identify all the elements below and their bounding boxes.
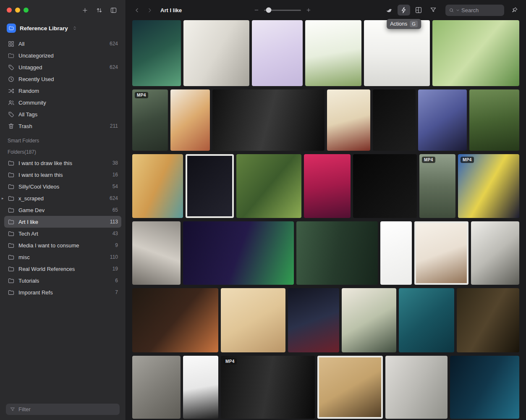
sidebar-folder-i-want-to-learn-this[interactable]: I want to learn this16 bbox=[4, 169, 121, 181]
video-format-badge: MP4 bbox=[461, 157, 474, 163]
trash-icon bbox=[8, 123, 15, 130]
zoom-out-icon[interactable] bbox=[254, 7, 259, 13]
image-thumbnail[interactable] bbox=[399, 288, 454, 352]
sidebar-item-trash[interactable]: Trash211 bbox=[4, 120, 121, 132]
sidebar-item-recently-used[interactable]: Recently Used bbox=[4, 73, 121, 85]
window-close-button[interactable] bbox=[7, 8, 12, 13]
disclosure-arrow[interactable]: ▸ bbox=[2, 196, 4, 200]
bird-button[interactable] bbox=[383, 5, 395, 16]
sidebar-smart-list: All624UncategorizedUntagged624Recently U… bbox=[0, 38, 126, 132]
image-thumbnail[interactable] bbox=[221, 288, 285, 352]
forward-button[interactable] bbox=[144, 5, 154, 15]
sidebar-folder-imporant-refs[interactable]: Imporant Refs7 bbox=[4, 286, 121, 298]
sort-icon bbox=[96, 7, 103, 14]
image-thumbnail[interactable] bbox=[170, 89, 210, 151]
filter-input[interactable]: Filter bbox=[6, 404, 120, 415]
image-thumbnail[interactable] bbox=[132, 154, 183, 218]
sidebar-folder-art-i-like[interactable]: Art I like113 bbox=[4, 216, 121, 228]
sidebar-item-community[interactable]: Community bbox=[4, 97, 121, 108]
image-thumbnail[interactable] bbox=[236, 154, 301, 218]
window-minimize-button[interactable] bbox=[15, 8, 20, 13]
image-thumbnail[interactable] bbox=[252, 20, 303, 86]
image-thumbnail[interactable] bbox=[373, 89, 416, 151]
pin-button[interactable] bbox=[509, 5, 520, 16]
image-thumbnail[interactable] bbox=[353, 154, 417, 218]
sidebar-folder-misc[interactable]: misc110 bbox=[4, 251, 121, 263]
zoom-slider[interactable] bbox=[264, 10, 301, 11]
image-thumbnail[interactable] bbox=[380, 221, 412, 285]
pushpin-icon bbox=[511, 7, 518, 13]
zoom-slider-knob[interactable] bbox=[266, 8, 272, 13]
sidebar-folder-tech-art[interactable]: Tech Art43 bbox=[4, 228, 121, 239]
sort-button[interactable] bbox=[94, 5, 105, 15]
chevron-left-icon bbox=[134, 7, 140, 13]
window-zoom-button[interactable] bbox=[24, 8, 29, 13]
sidebar-item-untagged[interactable]: Untagged624 bbox=[4, 61, 121, 73]
image-thumbnail[interactable] bbox=[304, 154, 351, 218]
sidebar-folder-tutorials[interactable]: Tutorials6 bbox=[4, 275, 121, 286]
image-thumbnail[interactable] bbox=[305, 20, 361, 86]
section-folders: Folders(187) bbox=[0, 146, 126, 157]
search-placeholder: Search bbox=[461, 7, 479, 13]
image-thumbnail[interactable] bbox=[132, 356, 181, 419]
sidebar-folder-i-want-to-draw-like-this[interactable]: I want to draw like this38 bbox=[4, 157, 121, 169]
folder-icon bbox=[8, 277, 15, 284]
item-label: Real World References bbox=[18, 266, 109, 272]
search-input[interactable]: Search bbox=[445, 5, 504, 16]
image-thumbnail[interactable] bbox=[450, 356, 519, 419]
image-thumbnail[interactable] bbox=[288, 288, 339, 352]
image-thumbnail[interactable] bbox=[183, 356, 218, 419]
sidebar-item-uncategorized[interactable]: Uncategorized bbox=[4, 50, 121, 61]
image-thumbnail[interactable]: MP4 bbox=[221, 356, 315, 419]
image-thumbnail[interactable] bbox=[471, 221, 519, 285]
image-thumbnail[interactable] bbox=[414, 221, 468, 285]
toolbar: Art I like Actions G bbox=[126, 0, 526, 20]
image-thumbnail[interactable] bbox=[296, 221, 378, 285]
image-thumbnail[interactable] bbox=[469, 89, 519, 151]
item-count: 624 bbox=[110, 41, 118, 47]
image-thumbnail[interactable] bbox=[317, 356, 383, 419]
image-thumbnail[interactable] bbox=[432, 20, 519, 86]
filter-button[interactable] bbox=[427, 5, 440, 16]
window-controls bbox=[7, 8, 29, 13]
library-switcher[interactable]: Reference Library bbox=[0, 20, 126, 38]
chevron-down-icon bbox=[456, 8, 460, 12]
zoom-in-icon[interactable] bbox=[306, 7, 311, 13]
image-thumbnail[interactable] bbox=[183, 20, 249, 86]
image-thumbnail[interactable] bbox=[327, 89, 370, 151]
sidebar-folder-silly-cool-videos[interactable]: Silly/Cool Videos54 bbox=[4, 181, 121, 192]
add-button[interactable] bbox=[79, 5, 90, 15]
actions-button[interactable]: Actions G bbox=[398, 5, 410, 16]
sidebar-item-random[interactable]: Random bbox=[4, 85, 121, 97]
image-thumbnail[interactable] bbox=[132, 221, 181, 285]
bird-icon bbox=[385, 6, 393, 14]
image-thumbnail[interactable] bbox=[186, 154, 234, 218]
image-thumbnail[interactable] bbox=[183, 221, 294, 285]
tag-icon bbox=[8, 64, 15, 71]
item-label: Media I want to consume bbox=[18, 242, 111, 249]
image-thumbnail[interactable] bbox=[457, 288, 519, 352]
image-thumbnail[interactable] bbox=[385, 356, 447, 419]
sidebar-item-all-tags[interactable]: All Tags bbox=[4, 108, 121, 120]
sidebar-folder-real-world-references[interactable]: Real World References19 bbox=[4, 263, 121, 275]
back-button[interactable] bbox=[132, 5, 142, 15]
image-thumbnail[interactable] bbox=[364, 20, 430, 86]
image-thumbnail[interactable] bbox=[418, 89, 467, 151]
image-thumbnail[interactable] bbox=[132, 20, 181, 86]
sidebar-folder-x-scraped[interactable]: ▸x_scraped624 bbox=[4, 192, 121, 204]
image-thumbnail[interactable] bbox=[212, 89, 324, 151]
plus-icon bbox=[81, 7, 89, 14]
layout-button[interactable] bbox=[412, 5, 425, 16]
folder-icon bbox=[8, 242, 15, 249]
image-thumbnail[interactable]: MP4 bbox=[419, 154, 455, 218]
item-label: Untagged bbox=[18, 64, 106, 71]
sidebar-item-all[interactable]: All624 bbox=[4, 38, 121, 50]
image-thumbnail[interactable]: MP4 bbox=[132, 89, 168, 151]
sidebar-folder-media-i-want-to-consume[interactable]: Media I want to consume9 bbox=[4, 239, 121, 251]
image-thumbnail[interactable] bbox=[342, 288, 396, 352]
folder-icon bbox=[8, 265, 15, 273]
image-thumbnail[interactable]: MP4 bbox=[458, 154, 519, 218]
sidebar-folder-game-dev[interactable]: Game Dev65 bbox=[4, 204, 121, 216]
image-thumbnail[interactable] bbox=[132, 288, 218, 352]
toggle-sidebar-button[interactable] bbox=[108, 5, 119, 15]
